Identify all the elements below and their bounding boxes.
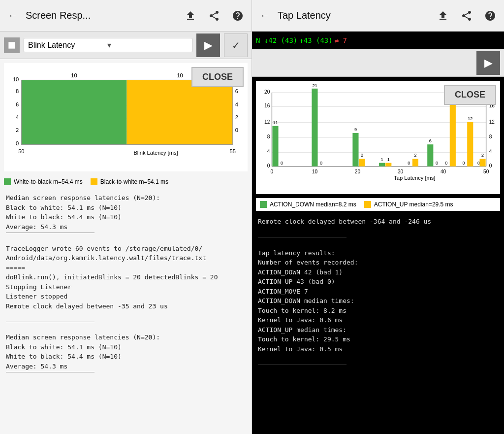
svg-rect-69 [427, 144, 433, 167]
svg-rect-49 [272, 126, 278, 167]
right-log-area: Remote clock delayed between -364 and -2… [252, 213, 504, 434]
svg-text:40: 40 [441, 169, 446, 174]
test-type-dropdown[interactable]: Blink Latency ▾ [24, 38, 192, 52]
left-help-button[interactable] [228, 8, 248, 24]
svg-text:0: 0 [477, 161, 480, 166]
right-legend: ACTION_DOWN median=8.2 ms ACTION_UP medi… [256, 198, 500, 211]
right-secondary-toolbar: ▶ [252, 49, 504, 77]
legend-item-white-black: White-to-black m=54.4 ms [4, 178, 83, 185]
svg-text:0: 0 [463, 161, 465, 166]
svg-text:2: 2 [16, 127, 19, 133]
right-share-button[interactable] [457, 8, 476, 24]
status-bar: N ↓42 (43) ↑43 (43) ⇌ 7 [252, 32, 504, 49]
svg-text:0: 0 [489, 163, 492, 168]
svg-text:10: 10 [177, 72, 183, 78]
svg-text:0: 0 [445, 161, 447, 166]
svg-text:20: 20 [264, 89, 270, 95]
svg-text:4: 4 [489, 149, 492, 154]
svg-rect-61 [379, 163, 385, 167]
svg-text:1: 1 [387, 157, 390, 162]
left-upload-button[interactable] [181, 8, 200, 24]
svg-text:4: 4 [267, 149, 270, 154]
svg-text:50: 50 [18, 148, 24, 154]
left-title: Screen Resp... [26, 10, 177, 21]
share-icon [208, 10, 220, 22]
svg-text:0: 0 [267, 163, 270, 168]
svg-text:Blink Latency [ms]: Blink Latency [ms] [133, 150, 178, 156]
svg-text:2: 2 [481, 153, 484, 158]
left-back-button[interactable]: ← [4, 8, 22, 23]
left-chart-container: CLOSE 10 8 6 4 2 0 8 6 4 2 0 [4, 63, 248, 171]
svg-text:55: 55 [230, 148, 236, 154]
right-close-button[interactable]: CLOSE [444, 85, 496, 105]
svg-text:4: 4 [16, 114, 19, 120]
right-toolbar: ← Tap Latency [252, 0, 504, 32]
svg-text:12: 12 [468, 116, 472, 121]
svg-text:16: 16 [264, 103, 270, 108]
svg-text:0: 0 [320, 161, 322, 166]
svg-text:8: 8 [16, 89, 19, 95]
stop-icon [7, 40, 17, 50]
chevron-down-icon: ▾ [107, 40, 187, 50]
svg-text:0: 0 [16, 140, 19, 146]
left-secondary-toolbar: Blink Latency ▾ ▶ ✓ [0, 32, 252, 59]
status-bad: ⇌ 7 [335, 36, 347, 44]
svg-text:12: 12 [489, 119, 495, 125]
right-panel: ← Tap Latency N ↓42 (43) ↑43 (43) ⇌ 7 ▶ [252, 0, 504, 434]
left-panel: ← Screen Resp... Blink Latency ▾ ▶ [0, 0, 252, 434]
svg-text:1: 1 [381, 157, 383, 162]
svg-text:Tap Latency [ms]: Tap Latency [ms] [394, 175, 435, 181]
left-stop-button[interactable] [4, 37, 20, 53]
svg-text:8: 8 [267, 134, 270, 139]
svg-text:0: 0 [408, 161, 410, 166]
upload-icon-right [437, 10, 449, 22]
legend-color-yellow [91, 178, 97, 185]
svg-rect-67 [412, 159, 418, 167]
right-back-button[interactable]: ← [256, 8, 274, 23]
upload-icon [185, 10, 196, 22]
svg-text:6: 6 [16, 101, 19, 107]
left-close-button[interactable]: CLOSE [191, 67, 244, 87]
svg-text:9: 9 [354, 127, 357, 132]
right-chart-container: CLOSE 20 16 12 8 4 0 20 16 12 8 4 0 [256, 81, 500, 194]
svg-text:6: 6 [429, 138, 432, 143]
svg-text:50: 50 [483, 169, 489, 174]
help-icon-right [484, 10, 496, 22]
left-play-button[interactable]: ▶ [196, 33, 220, 57]
svg-text:0: 0 [271, 169, 274, 174]
status-n-down: N ↓42 (43) [256, 36, 297, 44]
right-upload-button[interactable] [433, 8, 453, 24]
right-help-button[interactable] [480, 8, 500, 24]
right-play-button[interactable]: ▶ [476, 51, 500, 75]
status-n-up: ↑43 (43) [299, 36, 332, 44]
svg-text:0: 0 [436, 161, 438, 166]
left-share-button[interactable] [204, 8, 224, 24]
svg-rect-75 [450, 103, 456, 167]
svg-text:20: 20 [355, 169, 361, 174]
svg-text:10: 10 [312, 169, 318, 174]
svg-text:10: 10 [71, 72, 77, 78]
left-log-area: Median screen response latencies (N=20):… [0, 188, 252, 434]
svg-text:2: 2 [361, 153, 363, 158]
help-icon [232, 10, 244, 22]
svg-text:2: 2 [235, 114, 238, 120]
svg-text:12: 12 [264, 119, 270, 125]
right-legend-color-yellow [364, 201, 371, 208]
right-legend-color-green [260, 201, 267, 208]
right-legend-up: ACTION_UP median=29.5 ms [364, 201, 453, 208]
svg-rect-0 [8, 42, 15, 48]
svg-text:0: 0 [235, 127, 238, 133]
svg-rect-53 [312, 89, 317, 167]
svg-rect-57 [352, 133, 358, 167]
svg-text:10: 10 [13, 76, 19, 82]
left-check-button[interactable]: ✓ [224, 33, 248, 57]
svg-text:0: 0 [281, 161, 283, 166]
left-toolbar: ← Screen Resp... [0, 0, 252, 32]
svg-rect-18 [21, 80, 126, 144]
svg-rect-83 [479, 159, 485, 167]
svg-text:30: 30 [398, 169, 404, 174]
right-legend-down: ACTION_DOWN median=8.2 ms [260, 201, 356, 208]
svg-text:11: 11 [273, 120, 278, 125]
right-title: Tap Latency [278, 10, 429, 21]
share-icon-right [461, 10, 472, 22]
